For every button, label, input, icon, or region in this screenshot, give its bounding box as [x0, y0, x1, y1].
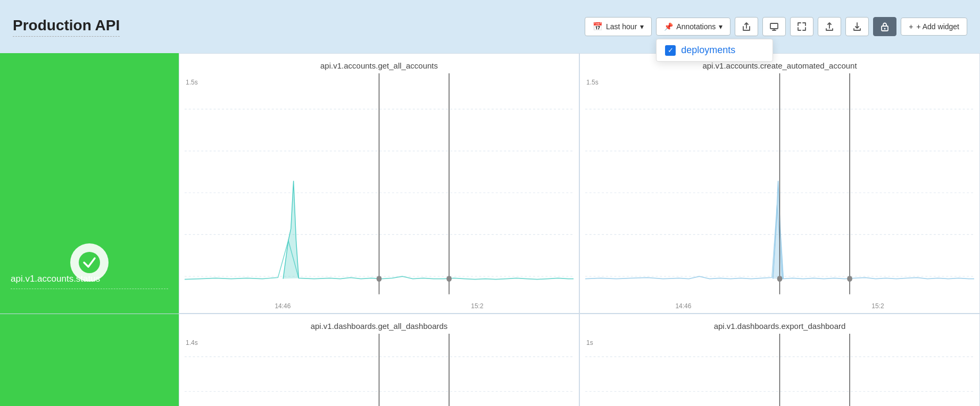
lock-button[interactable]: [873, 17, 896, 36]
annotations-label: Annotations: [676, 22, 716, 31]
y-label-1: 1.5s: [186, 79, 198, 86]
fullscreen-button[interactable]: [790, 17, 813, 36]
pin-icon: 📌: [664, 22, 673, 31]
plus-icon: +: [909, 22, 913, 31]
svg-point-11: [377, 276, 382, 282]
deployments-checkbox[interactable]: ✓: [665, 45, 676, 56]
chevron-down-icon: ▾: [640, 22, 644, 31]
chart-svg-2: [585, 73, 974, 300]
toolbar: 📅 Last hour ▾ 📌 Annotations ▾ ✓ deployme…: [585, 17, 967, 36]
annotations-button[interactable]: 📌 Annotations ▾: [656, 18, 730, 36]
svg-point-21: [847, 276, 852, 282]
svg-point-20: [777, 276, 783, 282]
add-widget-button[interactable]: + + Add widget: [901, 18, 967, 36]
chart-body-4: 1s: [580, 334, 979, 406]
add-widget-label: + Add widget: [916, 22, 959, 31]
fullscreen-icon: [797, 22, 807, 31]
time-range-label: Last hour: [606, 22, 637, 31]
y-label-2: 1.5s: [586, 79, 599, 86]
x-label-2b: 15:2: [871, 302, 884, 310]
chart-export-dashboard[interactable]: api.v1.dashboards.export_dashboard 1s 14…: [579, 314, 980, 406]
chart-title-3: api.v1.dashboards.get_all_dashboards: [179, 314, 579, 334]
download-icon: [852, 22, 862, 31]
svg-rect-0: [770, 23, 778, 29]
status-tile-dashboards[interactable]: api.v1.dashboards.statu: [0, 314, 179, 406]
chart-svg-1: [185, 73, 574, 300]
chart-get-all-accounts[interactable]: api.v1.accounts.get_all_accounts 1.5s: [179, 53, 579, 314]
chart-get-all-dashboards[interactable]: api.v1.dashboards.get_all_dashboards 1.4…: [179, 314, 579, 406]
svg-point-3: [79, 252, 100, 273]
annotations-dropdown-menu: ✓ deployments: [656, 39, 773, 62]
x-label-1a: 14:46: [275, 302, 290, 310]
lock-icon: [880, 22, 890, 31]
upload-icon: [825, 22, 834, 31]
page-title: Production API: [13, 17, 120, 37]
chart-body-3: 1.4s: [179, 334, 579, 406]
checkmark-circle-icon: [78, 251, 101, 274]
y-label-3: 1.4s: [186, 339, 198, 346]
chart-svg-4: [585, 334, 974, 406]
share-button[interactable]: [735, 17, 758, 36]
chart-body-2: 1.5s: [580, 73, 979, 300]
chart-title-1: api.v1.accounts.get_all_accounts: [179, 54, 579, 73]
chart-svg-3: [185, 334, 574, 406]
chart-body-1: 1.5s: [179, 73, 579, 300]
calendar-icon: 📅: [593, 22, 603, 31]
deployments-label[interactable]: deployments: [681, 45, 735, 56]
chevron-down-icon-2: ▾: [719, 22, 722, 31]
svg-point-12: [446, 276, 452, 282]
time-range-button[interactable]: 📅 Last hour ▾: [585, 17, 652, 36]
x-labels-1: 14:46 15:2: [179, 300, 579, 313]
header: Production API 📅 Last hour ▾ 📌 Annotatio…: [0, 0, 980, 53]
present-button[interactable]: [762, 17, 786, 36]
share-icon: [742, 22, 751, 31]
chart-title-2: api.v1.accounts.create_automated_account: [580, 54, 979, 73]
download-button[interactable]: [845, 17, 869, 36]
dashboard-grid: api.v1.accounts.status api.v1.accounts.g…: [0, 53, 980, 406]
annotations-dropdown-wrapper: 📌 Annotations ▾ ✓ deployments: [656, 18, 730, 36]
present-icon: [769, 22, 779, 31]
x-label-2a: 14:46: [675, 302, 691, 310]
status-tile-accounts[interactable]: api.v1.accounts.status: [0, 53, 179, 314]
x-label-1b: 15:2: [471, 302, 483, 310]
upload-button[interactable]: [818, 17, 841, 36]
x-labels-2: 14:46 15:2: [580, 300, 979, 313]
checkmark-icon: ✓: [668, 46, 674, 54]
status-ok-indicator: [70, 243, 109, 282]
chart-create-automated-account[interactable]: api.v1.accounts.create_automated_account…: [579, 53, 980, 314]
svg-point-2: [884, 28, 886, 30]
y-label-4: 1s: [586, 339, 593, 346]
chart-title-4: api.v1.dashboards.export_dashboard: [580, 314, 979, 334]
